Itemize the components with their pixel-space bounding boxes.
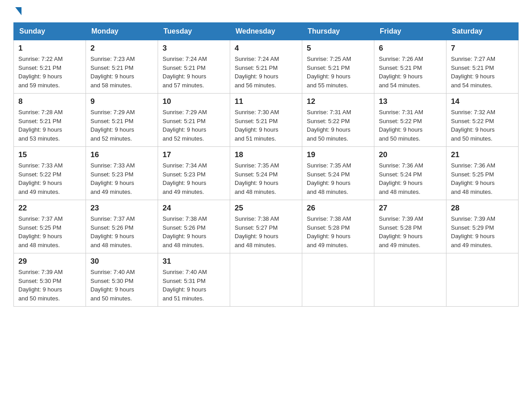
calendar-cell: 17Sunrise: 7:34 AMSunset: 5:23 PMDayligh… bbox=[158, 147, 230, 200]
day-info: Sunrise: 7:38 AMSunset: 5:26 PMDaylight:… bbox=[163, 214, 225, 249]
day-info: Sunrise: 7:32 AMSunset: 5:22 PMDaylight:… bbox=[451, 108, 514, 143]
day-number: 29 bbox=[18, 257, 81, 266]
day-info: Sunrise: 7:38 AMSunset: 5:28 PMDaylight:… bbox=[307, 214, 369, 249]
week-row-5: 29Sunrise: 7:39 AMSunset: 5:30 PMDayligh… bbox=[14, 253, 519, 307]
weekday-header-sunday: Sunday bbox=[14, 23, 86, 40]
calendar-cell bbox=[230, 253, 302, 307]
calendar-cell: 10Sunrise: 7:29 AMSunset: 5:21 PMDayligh… bbox=[158, 94, 230, 147]
day-info: Sunrise: 7:36 AMSunset: 5:24 PMDaylight:… bbox=[379, 161, 442, 196]
calendar-cell: 15Sunrise: 7:33 AMSunset: 5:22 PMDayligh… bbox=[14, 147, 86, 200]
weekday-header-tuesday: Tuesday bbox=[158, 23, 230, 40]
day-info: Sunrise: 7:37 AMSunset: 5:25 PMDaylight:… bbox=[18, 214, 81, 249]
day-info: Sunrise: 7:39 AMSunset: 5:29 PMDaylight:… bbox=[451, 214, 514, 249]
day-number: 19 bbox=[307, 150, 369, 159]
calendar-table: SundayMondayTuesdayWednesdayThursdayFrid… bbox=[13, 22, 519, 307]
day-number: 9 bbox=[90, 97, 153, 106]
day-number: 18 bbox=[235, 150, 297, 159]
day-number: 10 bbox=[163, 97, 225, 106]
week-row-4: 22Sunrise: 7:37 AMSunset: 5:25 PMDayligh… bbox=[14, 200, 519, 253]
calendar-cell: 12Sunrise: 7:31 AMSunset: 5:22 PMDayligh… bbox=[302, 94, 374, 147]
logo-triangle-icon bbox=[15, 7, 21, 15]
day-number: 20 bbox=[379, 150, 442, 159]
day-info: Sunrise: 7:30 AMSunset: 5:21 PMDaylight:… bbox=[235, 108, 297, 143]
day-number: 21 bbox=[451, 150, 514, 159]
calendar-cell: 30Sunrise: 7:40 AMSunset: 5:30 PMDayligh… bbox=[86, 253, 158, 307]
weekday-header-row: SundayMondayTuesdayWednesdayThursdayFrid… bbox=[14, 23, 519, 40]
calendar-cell: 29Sunrise: 7:39 AMSunset: 5:30 PMDayligh… bbox=[14, 253, 86, 307]
day-info: Sunrise: 7:25 AMSunset: 5:21 PMDaylight:… bbox=[307, 55, 369, 90]
day-info: Sunrise: 7:33 AMSunset: 5:23 PMDaylight:… bbox=[90, 161, 153, 196]
week-row-3: 15Sunrise: 7:33 AMSunset: 5:22 PMDayligh… bbox=[14, 147, 519, 200]
day-number: 22 bbox=[18, 204, 81, 213]
day-info: Sunrise: 7:36 AMSunset: 5:25 PMDaylight:… bbox=[451, 161, 514, 196]
day-info: Sunrise: 7:22 AMSunset: 5:21 PMDaylight:… bbox=[18, 55, 81, 90]
day-info: Sunrise: 7:24 AMSunset: 5:21 PMDaylight:… bbox=[163, 55, 225, 90]
calendar-cell: 21Sunrise: 7:36 AMSunset: 5:25 PMDayligh… bbox=[446, 147, 519, 200]
calendar-cell bbox=[446, 253, 519, 307]
day-number: 24 bbox=[163, 204, 225, 213]
calendar-cell: 2Sunrise: 7:23 AMSunset: 5:21 PMDaylight… bbox=[86, 40, 158, 94]
day-number: 7 bbox=[451, 44, 514, 53]
day-info: Sunrise: 7:23 AMSunset: 5:21 PMDaylight:… bbox=[90, 55, 153, 90]
day-info: Sunrise: 7:29 AMSunset: 5:21 PMDaylight:… bbox=[163, 108, 225, 143]
day-info: Sunrise: 7:24 AMSunset: 5:21 PMDaylight:… bbox=[235, 55, 297, 90]
day-number: 2 bbox=[90, 44, 153, 53]
day-number: 8 bbox=[18, 97, 81, 106]
calendar-cell: 6Sunrise: 7:26 AMSunset: 5:21 PMDaylight… bbox=[374, 40, 446, 94]
weekday-header-wednesday: Wednesday bbox=[230, 23, 302, 40]
day-number: 26 bbox=[307, 204, 369, 213]
day-info: Sunrise: 7:39 AMSunset: 5:28 PMDaylight:… bbox=[379, 214, 442, 249]
calendar-cell: 18Sunrise: 7:35 AMSunset: 5:24 PMDayligh… bbox=[230, 147, 302, 200]
day-number: 28 bbox=[451, 204, 514, 213]
calendar-cell bbox=[374, 253, 446, 307]
weekday-header-friday: Friday bbox=[374, 23, 446, 40]
day-number: 25 bbox=[235, 204, 297, 213]
day-number: 17 bbox=[163, 150, 225, 159]
day-number: 13 bbox=[379, 97, 442, 106]
calendar-cell: 11Sunrise: 7:30 AMSunset: 5:21 PMDayligh… bbox=[230, 94, 302, 147]
calendar-cell bbox=[302, 253, 374, 307]
calendar-cell: 27Sunrise: 7:39 AMSunset: 5:28 PMDayligh… bbox=[374, 200, 446, 253]
calendar-cell: 31Sunrise: 7:40 AMSunset: 5:31 PMDayligh… bbox=[158, 253, 230, 307]
calendar-cell: 23Sunrise: 7:37 AMSunset: 5:26 PMDayligh… bbox=[86, 200, 158, 253]
calendar-cell: 5Sunrise: 7:25 AMSunset: 5:21 PMDaylight… bbox=[302, 40, 374, 94]
day-info: Sunrise: 7:29 AMSunset: 5:21 PMDaylight:… bbox=[90, 108, 153, 143]
day-number: 27 bbox=[379, 204, 442, 213]
day-number: 3 bbox=[163, 44, 225, 53]
calendar-cell: 22Sunrise: 7:37 AMSunset: 5:25 PMDayligh… bbox=[14, 200, 86, 253]
day-number: 6 bbox=[379, 44, 442, 53]
calendar-cell: 8Sunrise: 7:28 AMSunset: 5:21 PMDaylight… bbox=[14, 94, 86, 147]
day-info: Sunrise: 7:39 AMSunset: 5:30 PMDaylight:… bbox=[18, 268, 81, 303]
day-info: Sunrise: 7:27 AMSunset: 5:21 PMDaylight:… bbox=[451, 55, 514, 90]
day-info: Sunrise: 7:37 AMSunset: 5:26 PMDaylight:… bbox=[90, 214, 153, 249]
day-info: Sunrise: 7:31 AMSunset: 5:22 PMDaylight:… bbox=[379, 108, 442, 143]
calendar-cell: 1Sunrise: 7:22 AMSunset: 5:21 PMDaylight… bbox=[14, 40, 86, 94]
calendar-cell: 13Sunrise: 7:31 AMSunset: 5:22 PMDayligh… bbox=[374, 94, 446, 147]
day-info: Sunrise: 7:40 AMSunset: 5:31 PMDaylight:… bbox=[163, 268, 225, 303]
calendar-cell: 7Sunrise: 7:27 AMSunset: 5:21 PMDaylight… bbox=[446, 40, 519, 94]
day-number: 4 bbox=[235, 44, 297, 53]
day-number: 31 bbox=[163, 257, 225, 266]
week-row-2: 8Sunrise: 7:28 AMSunset: 5:21 PMDaylight… bbox=[14, 94, 519, 147]
day-info: Sunrise: 7:28 AMSunset: 5:21 PMDaylight:… bbox=[18, 108, 81, 143]
day-number: 11 bbox=[235, 97, 297, 106]
calendar-cell: 3Sunrise: 7:24 AMSunset: 5:21 PMDaylight… bbox=[158, 40, 230, 94]
calendar-cell: 16Sunrise: 7:33 AMSunset: 5:23 PMDayligh… bbox=[86, 147, 158, 200]
day-number: 14 bbox=[451, 97, 514, 106]
calendar-cell: 25Sunrise: 7:38 AMSunset: 5:27 PMDayligh… bbox=[230, 200, 302, 253]
weekday-header-thursday: Thursday bbox=[302, 23, 374, 40]
week-row-1: 1Sunrise: 7:22 AMSunset: 5:21 PMDaylight… bbox=[14, 40, 519, 94]
day-number: 5 bbox=[307, 44, 369, 53]
day-info: Sunrise: 7:33 AMSunset: 5:22 PMDaylight:… bbox=[18, 161, 81, 196]
logo bbox=[13, 9, 21, 15]
calendar-cell: 19Sunrise: 7:35 AMSunset: 5:24 PMDayligh… bbox=[302, 147, 374, 200]
day-info: Sunrise: 7:31 AMSunset: 5:22 PMDaylight:… bbox=[307, 108, 369, 143]
day-info: Sunrise: 7:26 AMSunset: 5:21 PMDaylight:… bbox=[379, 55, 442, 90]
day-number: 15 bbox=[18, 150, 81, 159]
day-number: 16 bbox=[90, 150, 153, 159]
day-number: 1 bbox=[18, 44, 81, 53]
calendar-cell: 20Sunrise: 7:36 AMSunset: 5:24 PMDayligh… bbox=[374, 147, 446, 200]
calendar-cell: 26Sunrise: 7:38 AMSunset: 5:28 PMDayligh… bbox=[302, 200, 374, 253]
calendar-cell: 14Sunrise: 7:32 AMSunset: 5:22 PMDayligh… bbox=[446, 94, 519, 147]
header bbox=[13, 9, 519, 15]
